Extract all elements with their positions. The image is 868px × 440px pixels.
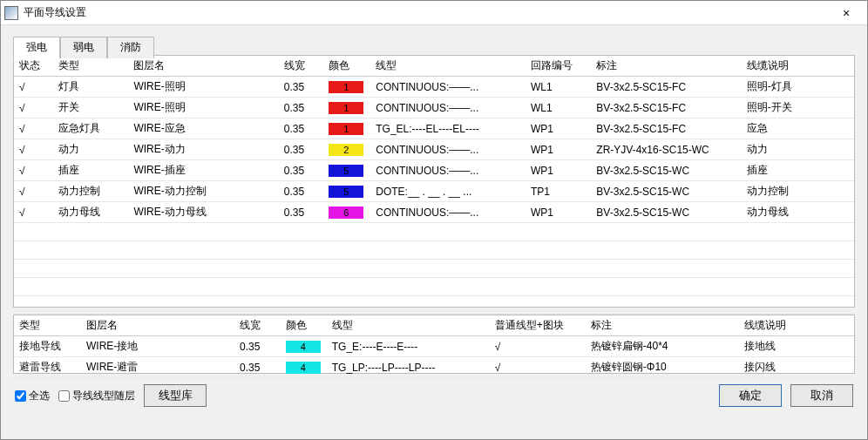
- tab-强电[interactable]: 强电: [13, 37, 60, 58]
- column-header[interactable]: 标注: [586, 315, 739, 336]
- status-cell[interactable]: √: [14, 118, 53, 139]
- table-row[interactable]: 接地导线WIRE-接地0.354TG_E:----E----E----√热镀锌扁…: [14, 336, 854, 357]
- status-cell[interactable]: √: [14, 181, 53, 202]
- column-header[interactable]: 类型: [14, 315, 81, 336]
- note-cell: BV-3x2.5-SC15-FC: [591, 118, 741, 139]
- ground-table[interactable]: 类型图层名线宽颜色线型普通线型+图块标注线缆说明 接地导线WIRE-接地0.35…: [14, 315, 854, 378]
- linetype-cell: CONTINUOUS:——...: [370, 202, 526, 223]
- loop-cell: WL1: [526, 77, 591, 98]
- window-title: 平面导线设置: [24, 5, 829, 20]
- content-area: 强电弱电消防 状态类型图层名线宽颜色线型回路编号标注线缆说明 √灯具WIRE-照…: [1, 25, 867, 439]
- layer-cell: WIRE-应急: [128, 118, 278, 139]
- layer-cell: WIRE-动力控制: [128, 181, 278, 202]
- column-header[interactable]: 颜色: [281, 315, 327, 336]
- status-cell[interactable]: √: [14, 160, 53, 181]
- color-cell[interactable]: 5: [323, 160, 370, 181]
- follow-layer-checkbox[interactable]: 导线线型随层: [58, 389, 135, 403]
- note-cell: BV-3x2.5-SC15-FC: [591, 98, 741, 118]
- close-button[interactable]: ×: [829, 6, 864, 20]
- note-cell: 热镀锌圆钢-Φ10: [586, 357, 739, 378]
- table-row[interactable]: √动力母线WIRE-动力母线0.356CONTINUOUS:——...WP1BV…: [14, 202, 854, 223]
- table-row: [14, 241, 854, 260]
- note-cell: 热镀锌扁钢-40*4: [586, 336, 739, 357]
- column-header[interactable]: 线型: [327, 315, 490, 336]
- block-cell[interactable]: √: [490, 336, 586, 357]
- color-cell[interactable]: 4: [281, 357, 327, 378]
- table-row[interactable]: √插座WIRE-插座0.355CONTINUOUS:——...WP1BV-3x2…: [14, 160, 854, 181]
- column-header[interactable]: 类型: [53, 56, 128, 77]
- table-row: [14, 296, 854, 315]
- status-cell[interactable]: √: [14, 98, 53, 118]
- column-header[interactable]: 回路编号: [526, 56, 591, 77]
- loop-cell: WP1: [526, 160, 591, 181]
- app-icon: [4, 6, 18, 20]
- desc-cell: 插座: [742, 160, 854, 181]
- column-header[interactable]: 线宽: [279, 56, 324, 77]
- tab-消防[interactable]: 消防: [107, 37, 154, 58]
- status-cell[interactable]: √: [14, 139, 53, 160]
- linetype-cell: CONTINUOUS:——...: [370, 139, 526, 160]
- column-header[interactable]: 线缆说明: [739, 315, 854, 336]
- table-row[interactable]: √开关WIRE-照明0.351CONTINUOUS:——...WL1BV-3x2…: [14, 98, 854, 118]
- column-header[interactable]: 线缆说明: [742, 56, 854, 77]
- column-header[interactable]: 图层名: [128, 56, 278, 77]
- linetype-cell: CONTINUOUS:——...: [370, 77, 526, 98]
- table-row[interactable]: √动力控制WIRE-动力控制0.355DOTE:__ . __ . __ ...…: [14, 181, 854, 202]
- table-row: [14, 223, 854, 241]
- follow-layer-label: 导线线型随层: [72, 389, 135, 403]
- ground-panel: 类型图层名线宽颜色线型普通线型+图块标注线缆说明 接地导线WIRE-接地0.35…: [13, 315, 855, 374]
- color-cell[interactable]: 2: [323, 139, 370, 160]
- type-cell: 插座: [53, 160, 128, 181]
- ok-button[interactable]: 确定: [719, 384, 782, 407]
- desc-cell: 照明-开关: [742, 98, 854, 118]
- table-row[interactable]: √应急灯具WIRE-应急0.351TG_EL:----EL----EL----W…: [14, 118, 854, 139]
- table-row[interactable]: √灯具WIRE-照明0.351CONTINUOUS:——...WL1BV-3x2…: [14, 77, 854, 98]
- type-cell: 接地导线: [14, 336, 81, 357]
- color-cell[interactable]: 1: [323, 77, 370, 98]
- follow-layer-input[interactable]: [58, 390, 70, 402]
- select-all-input[interactable]: [15, 390, 26, 402]
- color-cell[interactable]: 5: [323, 181, 370, 202]
- cancel-button[interactable]: 取消: [790, 384, 853, 407]
- width-cell: 0.35: [279, 98, 324, 118]
- column-header[interactable]: 线宽: [234, 315, 281, 336]
- column-header[interactable]: 普通线型+图块: [490, 315, 586, 336]
- table-row[interactable]: 避雷导线WIRE-避雷0.354TG_LP:----LP----LP----√热…: [14, 357, 854, 378]
- status-cell[interactable]: √: [14, 77, 53, 98]
- loop-cell: WP1: [526, 118, 591, 139]
- linetype-cell: CONTINUOUS:——...: [370, 98, 526, 118]
- layer-cell: WIRE-动力: [128, 139, 278, 160]
- color-cell[interactable]: 4: [281, 336, 327, 357]
- table-header-row: 类型图层名线宽颜色线型普通线型+图块标注线缆说明: [14, 315, 854, 336]
- width-cell: 0.35: [279, 181, 324, 202]
- color-cell[interactable]: 6: [323, 202, 370, 223]
- width-cell: 0.35: [279, 202, 324, 223]
- width-cell: 0.35: [234, 336, 281, 357]
- loop-cell: WP1: [526, 139, 591, 160]
- desc-cell: 动力: [742, 139, 854, 160]
- column-header[interactable]: 颜色: [323, 56, 370, 77]
- layer-cell: WIRE-照明: [128, 98, 278, 118]
- table-header-row: 状态类型图层名线宽颜色线型回路编号标注线缆说明: [14, 56, 854, 77]
- status-cell[interactable]: √: [14, 202, 53, 223]
- column-header[interactable]: 标注: [591, 56, 741, 77]
- layer-cell: WIRE-插座: [128, 160, 278, 181]
- line-library-button[interactable]: 线型库: [144, 384, 207, 407]
- wire-table[interactable]: 状态类型图层名线宽颜色线型回路编号标注线缆说明 √灯具WIRE-照明0.351C…: [14, 56, 854, 315]
- table-row: [14, 260, 854, 278]
- column-header[interactable]: 状态: [14, 56, 53, 77]
- type-cell: 开关: [53, 98, 128, 118]
- tab-弱电[interactable]: 弱电: [60, 37, 107, 58]
- linetype-cell: TG_E:----E----E----: [327, 336, 490, 357]
- width-cell: 0.35: [234, 357, 281, 378]
- color-cell[interactable]: 1: [323, 98, 370, 118]
- type-cell: 灯具: [53, 77, 128, 98]
- table-row[interactable]: √动力WIRE-动力0.352CONTINUOUS:——...WP1ZR-YJV…: [14, 139, 854, 160]
- block-cell[interactable]: √: [490, 357, 586, 378]
- footer-bar: 全选 导线线型随层 线型库 确定 取消: [13, 381, 855, 410]
- select-all-checkbox[interactable]: 全选: [15, 389, 50, 403]
- color-cell[interactable]: 1: [323, 118, 370, 139]
- type-cell: 应急灯具: [53, 118, 128, 139]
- column-header[interactable]: 图层名: [81, 315, 234, 336]
- column-header[interactable]: 线型: [370, 56, 526, 77]
